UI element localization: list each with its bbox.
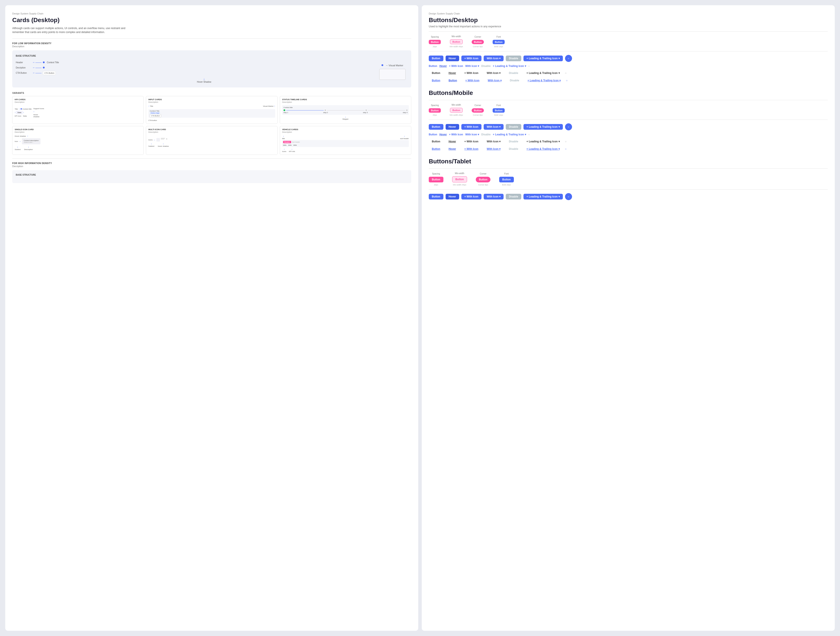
mobile-btn-text[interactable]: Button [429,132,437,137]
tablet-spec-corner-label: Corner [480,172,486,175]
variants-label: VARIANTS [12,92,411,94]
tablet-title: Buttons/Tablet [429,158,828,165]
spec-corner-sub: Corner-8px [473,46,483,48]
mobile-btn-ghost-leading[interactable]: + Leading & Trailing Icon ▾ [523,139,563,144]
for-high-desc: Decription [12,165,411,167]
btn-text-icon-drop-1[interactable]: With Icon ▾ [465,64,479,68]
spec-font: Font Button Bold 14px [493,36,505,48]
vehicle-diagram: ↓title ↓sub header Header Sub header dat… [282,135,409,152]
btn-ghost-leading-1[interactable]: + Leading & Trailing Icon ▾ [523,70,563,76]
kpi-desc: Description [15,101,141,103]
mobile-spec-minwidth-label: Min-width [452,104,461,106]
mobile-btn-text-drop[interactable]: With Icon ▾ [465,132,479,137]
left-page-desc: Although cards can support multiple acti… [12,26,126,34]
high-base-title: BASE STRUCTURE [16,174,408,176]
spec-font-btn[interactable]: Button [493,40,505,44]
for-high-label: FOR HIGH INFORMATION DENSITY [12,162,411,164]
mobile-row-filled: Button Hover + With Icon With Icon ▾ Dis… [429,123,828,130]
desktop-row-outline: Button Hover + With Icon With Icon ▾ Dis… [429,64,828,68]
tablet-btn-hover[interactable]: Hover [445,194,459,199]
tablet-btn-leading[interactable]: + Leading & Trailing Icon ▾ [523,194,563,199]
mobile-btn-text-hover[interactable]: Hover [439,132,447,137]
mobile-btn-ghost-hover[interactable]: Hover [445,139,459,144]
mobile-spec-spacing-btn[interactable]: Button [429,108,441,113]
tablet-spec-font-btn[interactable]: Button [499,177,514,182]
btn-with-icon-1[interactable]: + With Icon [461,55,482,61]
tablet-spec-spacing-btn[interactable]: Button [429,177,444,182]
status-diagram: Context title step 1step 2step 3step 4 [282,105,409,120]
btn-text-icon-1[interactable]: + With Icon [449,64,463,68]
btn-text-1[interactable]: Button [429,64,437,68]
mobile-btn-primary[interactable]: Button [429,124,444,130]
mobile-btn-hover[interactable]: Hover [445,124,459,130]
mobile-spec-corner-label: Corner [474,104,481,107]
btn-link-1[interactable]: Button [429,77,444,83]
base-structure-diagram: Header ←—— Context Title Decription ←—— … [16,61,408,83]
mobile-btn-link-hover[interactable]: Hover [445,146,459,152]
btn-ghost-1[interactable]: Button [429,70,444,76]
btn-text-leading-1[interactable]: + Leading & Trailing Icon ▾ [493,64,526,68]
mobile-btn-disable: Disable [506,124,521,130]
header-arrow: ←—— [32,61,41,64]
spec-corner-btn[interactable]: Button [472,40,484,44]
btn-ghost-icon-drop-1[interactable]: With Icon ▾ [484,70,504,76]
desc-dot [43,66,45,69]
mobile-btn-ghost-dis: Disable [506,139,521,144]
mobile-btn-icon[interactable]: + With Icon [461,124,482,130]
visual-marker-box [379,69,406,80]
btn-primary-1[interactable]: Button [429,55,444,61]
diagram-left: Header ←—— Context Title Decription ←—— … [16,61,373,83]
mobile-spec-minwidth-btn[interactable]: Button [450,108,463,113]
spec-corner-label: Corner [474,36,481,38]
variant-input: INPUT CARDS Description ↑Title Visual Ma… [146,96,277,124]
btn-ghost-hover-1[interactable]: Hover [445,70,459,76]
btn-hover-1[interactable]: Hover [445,55,459,61]
btn-link-icon-drop-1[interactable]: With Icon ▾ [485,77,505,83]
single-icon-diagram: Hover shadow↑ Icon→ Context description … [15,135,141,150]
mobile-btn-link-leading[interactable]: + Leading & Trailing Icon ▾ [523,146,563,152]
mobile-btn-icon-only[interactable]: ○ [565,123,572,130]
header-row: Header ←—— Context Title [16,61,373,64]
spec-spacing-label: Spacing [431,36,439,38]
mobile-btn-icon-drop[interactable]: With Icon ▾ [484,124,504,130]
desktop-specs-row: Spacing Button 20px Min-width Button Min… [429,35,828,48]
mobile-btn-text-icon[interactable]: + With Icon [449,132,463,137]
mobile-btn-link-icon[interactable]: + With Icon [461,146,482,152]
buttons-tablet-section: Buttons/Tablet Spacing Button 20px Min-w… [429,158,828,200]
mobile-btn-ghost-icon[interactable]: + With Icon [461,139,482,144]
mobile-spec-corner-btn[interactable]: Button [472,108,484,113]
mobile-spec-font-btn[interactable]: Button [493,108,505,113]
spec-spacing-btn[interactable]: Button [429,40,441,44]
btn-with-icon-dropdown-1[interactable]: With Icon ▾ [484,55,504,61]
kpi-diagram: Title ← Context title ↑ Data ↑ KPI Icon … [15,105,141,120]
mobile-divider-1 [429,100,828,100]
btn-link-leading-1[interactable]: + Leading & Trailing Icon ▾ [524,77,564,83]
right-brand-label: Design System Supply Chain [429,12,828,15]
tablet-btn-primary[interactable]: Button [429,194,444,199]
tablet-btn-icon-only[interactable]: ○ [565,193,572,200]
mobile-spec-minwidth-sub: Min-width-45px [450,114,463,116]
mobile-btn-ghost[interactable]: Button [429,139,444,144]
cta-label: CTA Button [16,72,31,74]
mobile-btn-ghost-drop[interactable]: With Icon ▾ [484,139,504,144]
mobile-btn-leading[interactable]: + Leading & Trailing Icon ▾ [523,124,563,130]
left-page-title: Cards (Desktop) [12,17,411,24]
mobile-btn-text-leading[interactable]: + Leading & Trailing Icon ▾ [493,132,526,137]
btn-text-hover-1[interactable]: Hover [439,64,447,68]
mobile-btn-link-drop[interactable]: With Icon ▾ [484,146,504,152]
vehicle-desc: Description [282,131,409,133]
spec-minwidth-btn[interactable]: Button [450,39,463,44]
btn-link-icon-1[interactable]: + With Icon [462,77,482,83]
btn-link-hover-1[interactable]: Button [445,77,460,83]
mobile-btn-link[interactable]: Button [429,146,444,152]
desc-arrow: ←—— [32,66,41,69]
tablet-spec-minwidth-sub: Min-width-45px [453,184,466,186]
tablet-btn-icon[interactable]: + With Icon [461,194,482,199]
buttons-desktop-section: Buttons/Desktop Used to highlight the mo… [429,17,828,83]
btn-leading-trailing-1[interactable]: + Leading & Trailing Icon ▾ [523,55,563,61]
tablet-spec-minwidth-btn[interactable]: Button [452,176,467,182]
tablet-spec-corner-btn[interactable]: Button [476,177,490,182]
btn-ghost-icon-1[interactable]: + With Icon [461,70,482,76]
tablet-btn-icon-drop[interactable]: With Icon ▾ [484,194,504,199]
btn-icon-only-1[interactable]: ○ [565,55,572,62]
